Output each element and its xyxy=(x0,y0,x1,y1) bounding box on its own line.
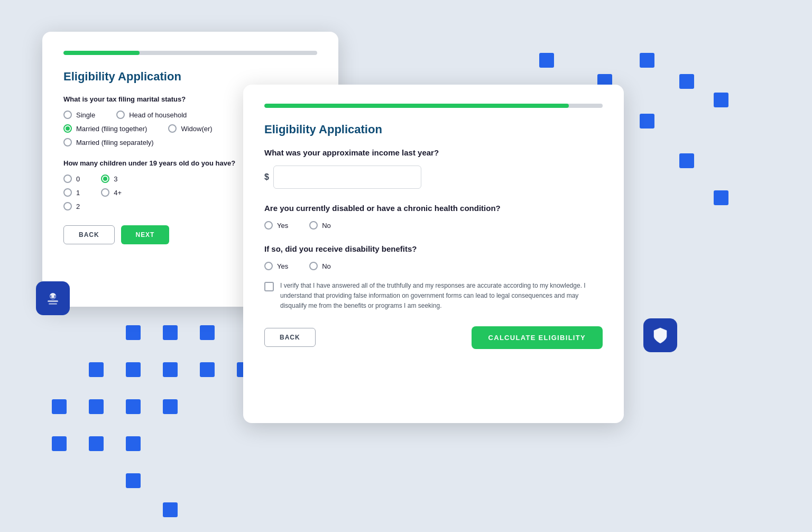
option-single[interactable]: Single xyxy=(63,111,95,119)
svg-rect-2 xyxy=(49,303,57,305)
next-button-card1[interactable]: NEXT xyxy=(121,225,170,244)
option-married-separately[interactable]: Married (filing separately) xyxy=(63,138,154,146)
option-2-children[interactable]: 2 xyxy=(63,202,80,210)
verify-row: I verify that I have answered all of the… xyxy=(264,281,603,311)
option-1-children[interactable]: 1 xyxy=(63,188,80,197)
option-widow[interactable]: Widow(er) xyxy=(168,124,212,133)
disability-options: Yes No xyxy=(264,221,603,230)
radio-benefits-yes[interactable] xyxy=(264,262,273,270)
option-head-of-household[interactable]: Head of household xyxy=(116,111,187,119)
dot-decoration xyxy=(714,93,728,107)
dot-decoration xyxy=(126,473,141,488)
radio-single[interactable] xyxy=(63,111,72,119)
dot-decoration xyxy=(89,436,104,451)
dot-decoration xyxy=(126,362,141,377)
dot-decoration xyxy=(200,325,215,340)
income-input[interactable] xyxy=(273,166,421,189)
radio-2[interactable] xyxy=(63,202,72,210)
front-card: Eligibility Application What was your ap… xyxy=(243,85,624,423)
option-4plus-children[interactable]: 4+ xyxy=(101,188,122,197)
dollar-sign: $ xyxy=(264,172,269,182)
dot-decoration xyxy=(200,362,215,377)
dot-decoration xyxy=(679,74,694,89)
dot-decoration xyxy=(640,53,654,68)
dot-decoration xyxy=(163,325,178,340)
radio-disability-yes[interactable] xyxy=(264,221,273,230)
svg-point-4 xyxy=(54,296,56,297)
radio-0[interactable] xyxy=(63,175,72,183)
dot-decoration xyxy=(126,399,141,414)
dot-decoration xyxy=(52,399,67,414)
dot-decoration xyxy=(163,362,178,377)
shield-icon-badge xyxy=(643,318,677,352)
dot-decoration xyxy=(89,362,104,377)
option-disability-no[interactable]: No xyxy=(309,221,331,230)
dot-decoration xyxy=(679,153,694,168)
back-button-card2[interactable]: BACK xyxy=(264,328,316,347)
dot-decoration xyxy=(714,190,728,205)
radio-married-separately[interactable] xyxy=(63,138,72,146)
front-card-buttons: BACK CALCULATE ELIGIBILITY xyxy=(264,326,603,349)
help-icon-badge xyxy=(36,281,70,315)
progress-bar-fill xyxy=(63,51,140,55)
option-3-children[interactable]: 3 xyxy=(101,175,117,183)
radio-1[interactable] xyxy=(63,188,72,197)
svg-point-3 xyxy=(50,296,52,297)
radio-head-household[interactable] xyxy=(116,111,125,119)
verify-checkbox[interactable] xyxy=(264,282,274,291)
option-benefits-no[interactable]: No xyxy=(309,262,331,270)
shield-icon xyxy=(651,326,670,345)
progress-bar-container xyxy=(63,51,317,55)
dot-decoration xyxy=(163,399,178,414)
dot-decoration xyxy=(539,53,554,68)
disability-question-label: Are you currently disabled or have a chr… xyxy=(264,204,603,213)
svg-rect-1 xyxy=(48,300,58,302)
radio-disability-no[interactable] xyxy=(309,221,318,230)
income-input-row: $ xyxy=(264,166,603,189)
help-icon xyxy=(43,289,62,308)
card-front-title: Eligibility Application xyxy=(264,123,603,136)
dot-decoration xyxy=(89,399,104,414)
front-progress-bar-fill xyxy=(264,104,569,108)
radio-4plus[interactable] xyxy=(101,188,109,197)
dot-decoration xyxy=(163,502,178,517)
option-0-children[interactable]: 0 xyxy=(63,175,80,183)
card-back-title: Eligibility Application xyxy=(63,70,317,84)
radio-benefits-no[interactable] xyxy=(309,262,318,270)
disability-benefits-options: Yes No xyxy=(264,262,603,270)
front-progress-bar-container xyxy=(264,104,603,108)
verify-text: I verify that I have answered all of the… xyxy=(280,281,603,311)
back-button-card1[interactable]: BACK xyxy=(63,225,115,244)
radio-3[interactable] xyxy=(101,175,109,183)
option-disability-yes[interactable]: Yes xyxy=(264,221,288,230)
radio-married-together[interactable] xyxy=(63,124,72,133)
dot-decoration xyxy=(126,325,141,340)
dot-decoration xyxy=(640,114,654,129)
calculate-eligibility-button[interactable]: CALCULATE ELIGIBILITY xyxy=(472,326,603,349)
option-married-together[interactable]: Married (filing together) xyxy=(63,124,147,133)
dot-decoration xyxy=(126,436,141,451)
disability-benefits-label: If so, did you receive disability benefi… xyxy=(264,244,603,253)
dot-decoration xyxy=(52,436,67,451)
income-question-label: What was your approximate income last ye… xyxy=(264,148,603,157)
option-benefits-yes[interactable]: Yes xyxy=(264,262,288,270)
radio-widow[interactable] xyxy=(168,124,177,133)
